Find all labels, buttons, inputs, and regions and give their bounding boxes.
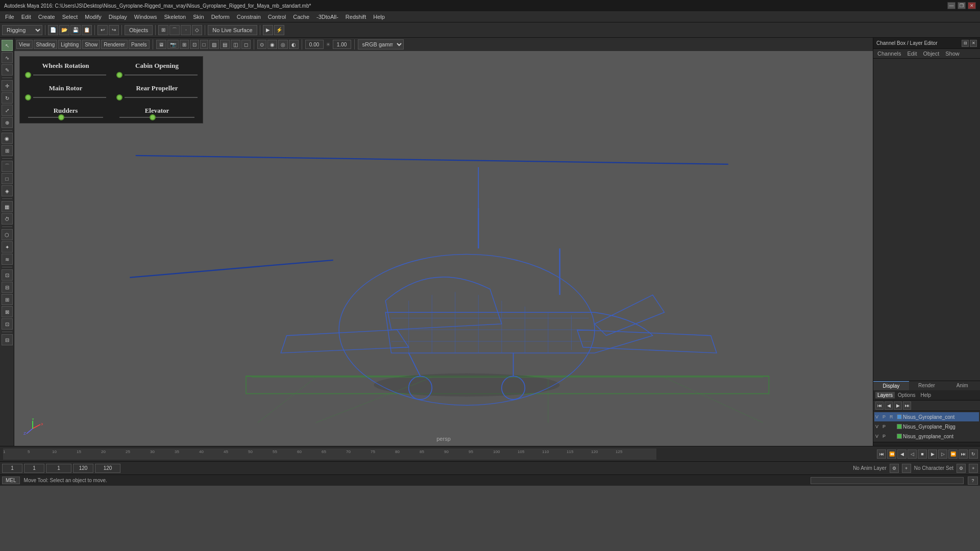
vp-icon-1[interactable]: 🖥 — [156, 40, 166, 49]
soft-select[interactable]: ◉ — [2, 133, 13, 144]
layers-tab[interactable]: Layers — [875, 392, 895, 398]
rig-wheels-handle[interactable] — [25, 72, 31, 78]
vp-icon-3[interactable]: ⊞ — [180, 40, 189, 49]
lasso-tool[interactable]: ∿ — [2, 52, 13, 63]
play-fwd-btn[interactable]: ▶ — [928, 449, 937, 459]
help-tab[interactable]: Help — [918, 392, 933, 398]
menu-deform[interactable]: Deform — [208, 13, 233, 21]
cb-tab-object[interactable]: Object — [921, 50, 941, 57]
vp-icon-2[interactable]: 📷 — [167, 40, 179, 49]
vp-icon-9[interactable]: ◻ — [241, 40, 251, 49]
misc-tool-4[interactable]: ⊠ — [2, 306, 13, 317]
goto-start-btn[interactable]: ⏮ — [877, 449, 886, 459]
char-set-options-btn[interactable]: ⚙ — [957, 464, 966, 473]
loop-btn[interactable]: ↻ — [969, 449, 978, 459]
menu-skeleton[interactable]: Skeleton — [161, 13, 189, 21]
redo-button[interactable]: ↪ — [109, 25, 119, 35]
minimize-button[interactable]: — — [947, 2, 955, 9]
panel-float-btn[interactable]: ⊟ — [962, 40, 969, 47]
menu-3dtoall[interactable]: -3DtoAll- — [313, 13, 341, 21]
panel-close-btn[interactable]: ✕ — [970, 40, 977, 47]
vp-view-menu[interactable]: View — [16, 40, 33, 49]
vp-icon-5[interactable]: □ — [200, 40, 208, 49]
vp-panels-menu[interactable]: Panels — [129, 40, 150, 49]
layer-2-p[interactable]: P — [883, 424, 889, 429]
new-button[interactable]: 📄 — [48, 25, 58, 35]
goto-end-btn[interactable]: ⏭ — [959, 449, 968, 459]
layer-prev-btn[interactable]: ◀ — [885, 402, 893, 410]
snap-surface-btn[interactable]: ◇ — [192, 25, 202, 35]
menu-file[interactable]: File — [2, 13, 17, 21]
select-tool[interactable]: ↖ — [2, 40, 13, 51]
frame-box[interactable]: 1 — [46, 464, 71, 473]
current-frame-input[interactable] — [24, 464, 44, 473]
restore-button[interactable]: ❐ — [958, 2, 966, 9]
layer-next-next-btn[interactable]: ⏭ — [903, 402, 911, 410]
menu-create[interactable]: Create — [35, 13, 58, 21]
scale-tool[interactable]: ⤢ — [2, 105, 13, 116]
layer-1-p[interactable]: P — [883, 414, 889, 419]
anim-layer-options-btn[interactable]: ⚙ — [890, 464, 899, 473]
next-key-btn[interactable]: ▷ — [938, 449, 947, 459]
command-input[interactable] — [811, 477, 964, 484]
menu-select[interactable]: Select — [59, 13, 81, 21]
rig-rear-slider[interactable] — [116, 94, 198, 101]
misc-tool-2[interactable]: ⊟ — [2, 282, 13, 293]
rig-cabin-handle[interactable] — [116, 72, 122, 78]
snap-grid-btn[interactable]: ⊞ — [158, 25, 168, 35]
layer-prev-prev-btn[interactable]: ⏮ — [875, 402, 884, 410]
paint-tool[interactable]: ✎ — [2, 64, 13, 76]
layers-scrollbar[interactable] — [873, 442, 980, 446]
vp-icon-6[interactable]: ▨ — [209, 40, 219, 49]
rig-cabin-slider[interactable] — [116, 72, 198, 78]
colorspace-dropdown[interactable]: sRGB gamma — [358, 39, 404, 49]
help-icon[interactable]: ? — [968, 477, 978, 485]
anim-layer-add-btn[interactable]: + — [902, 464, 911, 473]
layer-next-btn[interactable]: ▶ — [894, 402, 902, 410]
layer-3-p[interactable]: P — [883, 434, 889, 439]
misc-tool-6[interactable]: ⊟ — [2, 334, 13, 345]
dynamics-tool[interactable]: ⬡ — [2, 229, 13, 240]
snap-point-btn[interactable]: · — [181, 25, 191, 35]
timeline-track[interactable]: 1 5 10 15 20 25 30 35 40 45 50 55 60 65 … — [3, 448, 656, 460]
play-back-btn[interactable]: ◁ — [908, 449, 917, 459]
ipr-btn[interactable]: ⚡ — [274, 25, 284, 35]
menu-control[interactable]: Control — [265, 13, 289, 21]
close-button[interactable]: ✕ — [968, 2, 976, 9]
render-tool[interactable]: ▦ — [2, 201, 13, 212]
rig-elevator-handle[interactable] — [150, 114, 156, 120]
misc-tool-1[interactable]: ⊡ — [2, 269, 13, 281]
mel-python-dropdown[interactable]: MEL — [2, 477, 20, 484]
menu-display[interactable]: Display — [106, 13, 130, 21]
prev-key-btn[interactable]: ◀ — [897, 449, 906, 459]
rig-rotor-handle[interactable] — [25, 94, 31, 101]
hair-tool[interactable]: ≋ — [2, 254, 13, 265]
layer-1-vis[interactable]: V — [875, 414, 881, 419]
vp-shade-1[interactable]: ⊙ — [257, 40, 266, 49]
render-btn[interactable]: ▶ — [263, 25, 273, 35]
vp-shading-menu[interactable]: Shading — [34, 40, 58, 49]
layer-2-vis[interactable]: V — [875, 424, 881, 429]
misc-tool-3[interactable]: ⊞ — [2, 294, 13, 305]
max-frame-input[interactable] — [95, 464, 120, 473]
deform-tool[interactable]: ◈ — [2, 185, 13, 196]
rig-rotor-slider[interactable] — [25, 94, 106, 101]
vp-shade-4[interactable]: ◐ — [289, 40, 299, 49]
rig-rudders-handle[interactable] — [58, 114, 64, 120]
menu-edit[interactable]: Edit — [18, 13, 34, 21]
rotate-tool[interactable]: ↻ — [2, 92, 13, 104]
cb-tab-show[interactable]: Show — [943, 50, 962, 57]
vp-shade-3[interactable]: ◎ — [278, 40, 288, 49]
surface-tool[interactable]: □ — [2, 173, 13, 184]
menu-cache[interactable]: Cache — [290, 13, 312, 21]
vp-renderer-menu[interactable]: Renderer — [101, 40, 128, 49]
universal-tool[interactable]: ⊕ — [2, 117, 13, 128]
start-frame-input[interactable] — [2, 464, 22, 473]
rig-rudders-slider[interactable] — [25, 117, 106, 118]
layer-3-vis[interactable]: V — [875, 434, 881, 439]
save-as-button[interactable]: 📋 — [82, 25, 92, 35]
vp-lighting-menu[interactable]: Lighting — [58, 40, 81, 49]
options-tab[interactable]: Options — [896, 392, 917, 398]
cb-tab-edit[interactable]: Edit — [905, 50, 919, 57]
menu-constrain[interactable]: Constrain — [234, 13, 264, 21]
